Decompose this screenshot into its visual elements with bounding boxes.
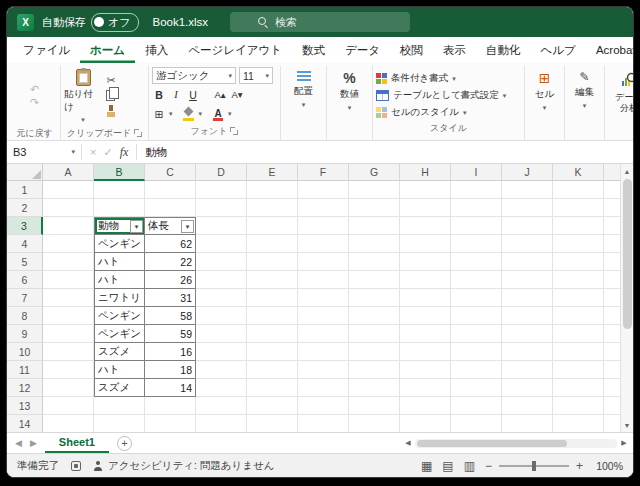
underline-button[interactable]: U [186,87,200,102]
column-header-K[interactable]: K [553,164,604,181]
column-header-G[interactable]: G [349,164,400,181]
cell-F5[interactable] [298,253,349,271]
ribbon-tab-自動化[interactable]: 自動化 [476,37,531,63]
cell-F2[interactable] [298,199,349,217]
cell-I3[interactable] [451,217,502,235]
vertical-scrollbar[interactable]: ▲ ▼ [620,164,633,432]
cell-H9[interactable] [400,325,451,343]
zoom-out-button[interactable]: − [485,460,492,472]
copy-icon[interactable] [106,90,115,101]
cell-H6[interactable] [400,271,451,289]
cell-F9[interactable] [298,325,349,343]
name-box[interactable]: B3 ▾ [7,141,81,163]
cell-E11[interactable] [247,361,298,379]
clipboard-dialog-launcher-icon[interactable] [134,129,142,137]
cell-H14[interactable] [400,415,451,432]
cell-K3[interactable] [553,217,604,235]
ribbon-tab-挿入[interactable]: 挿入 [135,37,178,63]
row-header-4[interactable]: 4 [7,235,43,253]
cell-A1[interactable] [43,181,94,199]
cell-C13[interactable] [145,397,196,415]
cell-H2[interactable] [400,199,451,217]
column-header-H[interactable]: H [400,164,451,181]
cell-H7[interactable] [400,289,451,307]
cell-A6[interactable] [43,271,94,289]
cell-B5[interactable]: ハト [94,253,145,271]
cell-C14[interactable] [145,415,196,432]
cell-J5[interactable] [502,253,553,271]
row-header-5[interactable]: 5 [7,253,43,271]
column-header-B[interactable]: B [94,164,145,181]
cell-H8[interactable] [400,307,451,325]
column-header-I[interactable]: I [451,164,502,181]
cell-C7[interactable]: 31 [145,289,196,307]
cell-I7[interactable] [451,289,502,307]
cell-A4[interactable] [43,235,94,253]
row-header-13[interactable]: 13 [7,397,43,415]
row-header-14[interactable]: 14 [7,415,43,432]
cell-K4[interactable] [553,235,604,253]
cell-C5[interactable]: 22 [145,253,196,271]
cell-E2[interactable] [247,199,298,217]
cell-E13[interactable] [247,397,298,415]
column-header-D[interactable]: D [196,164,247,181]
cell-E5[interactable] [247,253,298,271]
cell-G7[interactable] [349,289,400,307]
cell-F14[interactable] [298,415,349,432]
cell-C4[interactable]: 62 [145,235,196,253]
cell-J11[interactable] [502,361,553,379]
conditional-formatting-button[interactable]: 条件付き書式 ▾ [376,71,521,87]
cell-J13[interactable] [502,397,553,415]
scroll-up-icon[interactable]: ▲ [621,164,633,178]
cell-G12[interactable] [349,379,400,397]
cell-F4[interactable] [298,235,349,253]
cell-B6[interactable]: ハト [94,271,145,289]
cell-J6[interactable] [502,271,553,289]
ribbon-tab-ページレイアウト[interactable]: ページレイアウト [178,37,292,63]
cell-E3[interactable] [247,217,298,235]
cell-C2[interactable] [145,199,196,217]
cell-H4[interactable] [400,235,451,253]
ribbon-tab-ホーム[interactable]: ホーム [80,37,135,63]
cell-D2[interactable] [196,199,247,217]
sheet-nav-right-icon[interactable]: ▶ [30,438,37,448]
row-header-6[interactable]: 6 [7,271,43,289]
cell-F13[interactable] [298,397,349,415]
cell-D4[interactable] [196,235,247,253]
cell-D6[interactable] [196,271,247,289]
cell-B9[interactable]: ペンギン [94,325,145,343]
cell-D8[interactable] [196,307,247,325]
column-header-E[interactable]: E [247,164,298,181]
cell-J10[interactable] [502,343,553,361]
shrink-font-button[interactable]: A▾ [230,87,244,102]
cell-H5[interactable] [400,253,451,271]
scroll-down-icon[interactable]: ▼ [621,418,633,432]
horizontal-scrollbar[interactable]: ◀ ▶ [401,433,633,453]
cancel-icon[interactable]: × [90,147,96,158]
number-group[interactable]: % 数値 ▾ [327,66,373,140]
cell-C8[interactable]: 58 [145,307,196,325]
cell-J9[interactable] [502,325,553,343]
row-header-11[interactable]: 11 [7,361,43,379]
cell-G14[interactable] [349,415,400,432]
ribbon-tab-校閲[interactable]: 校閲 [390,37,433,63]
format-as-table-button[interactable]: テーブルとして書式設定 ▾ [376,88,521,104]
macro-record-icon[interactable] [71,461,81,471]
cell-J7[interactable] [502,289,553,307]
cell-G13[interactable] [349,397,400,415]
cell-K14[interactable] [553,415,604,432]
cell-B4[interactable]: ペンギン [94,235,145,253]
cell-A8[interactable] [43,307,94,325]
column-header-A[interactable]: A [43,164,94,181]
cell-G6[interactable] [349,271,400,289]
cell-K6[interactable] [553,271,604,289]
cell-J1[interactable] [502,181,553,199]
zoom-in-button[interactable]: + [576,460,583,472]
cell-I12[interactable] [451,379,502,397]
ribbon-tab-データ[interactable]: データ [335,37,390,63]
row-header-12[interactable]: 12 [7,379,43,397]
cell-K7[interactable] [553,289,604,307]
cell-A5[interactable] [43,253,94,271]
cell-F8[interactable] [298,307,349,325]
cell-D3[interactable] [196,217,247,235]
